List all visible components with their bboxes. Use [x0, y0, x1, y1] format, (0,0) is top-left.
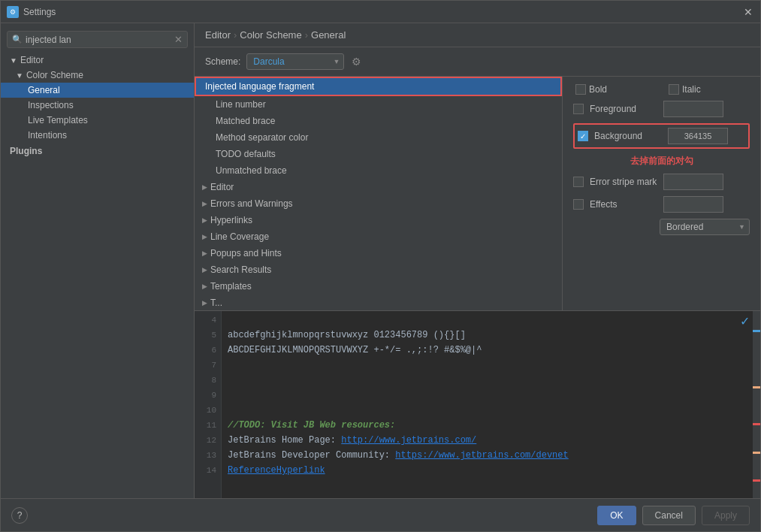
- gutter-line-14: 14: [195, 463, 221, 478]
- search-clear-icon[interactable]: ✕: [174, 34, 183, 45]
- bold-checkbox[interactable]: [575, 84, 586, 95]
- sidebar-item-general[interactable]: General: [1, 83, 194, 98]
- scrollbar-marker-5: [753, 479, 760, 482]
- ok-button[interactable]: OK: [597, 506, 636, 525]
- italic-item: Italic: [669, 84, 750, 95]
- titlebar: ⚙ Settings ✕: [1, 1, 760, 23]
- sidebar-item-editor[interactable]: ▼ Editor: [1, 53, 194, 68]
- list-item-matched-brace[interactable]: Matched brace: [195, 113, 562, 129]
- list-item-label: Matched brace: [216, 116, 275, 126]
- effects-checkbox[interactable]: [573, 199, 584, 210]
- list-item-todo[interactable]: TODO defaults: [195, 146, 562, 162]
- editor-line-12: JetBrains Home Page: http://www.jetbrain…: [228, 433, 747, 448]
- list-group-t[interactable]: ▶ T...: [195, 295, 562, 310]
- expand-icon: ▶: [202, 299, 207, 307]
- expand-icon: ▶: [202, 249, 207, 257]
- error-stripe-checkbox[interactable]: [573, 177, 584, 187]
- list-group-line-coverage[interactable]: ▶ Line Coverage: [195, 228, 562, 245]
- italic-checkbox[interactable]: [669, 84, 679, 95]
- editor-line-7: [228, 358, 747, 373]
- scrollbar-markers: [753, 311, 760, 498]
- editor-line-6: ABCDEFGHIJKLMNOPQRSTUVWXYZ +-*/= .,;:!? …: [228, 343, 747, 358]
- scheme-select-wrapper[interactable]: Darcula Default High contrast: [246, 53, 344, 70]
- list-item-label: Method separator color: [216, 132, 308, 143]
- line12-link[interactable]: http://www.jetbrains.com/: [341, 435, 476, 446]
- effects-color-box[interactable]: [663, 196, 723, 213]
- sidebar-item-live-templates[interactable]: Live Templates: [1, 113, 194, 128]
- gear-button[interactable]: ⚙: [350, 54, 363, 69]
- search-box[interactable]: 🔍 ✕: [7, 31, 188, 48]
- editor-line-11: //TODO: Visit JB Web resources:: [228, 418, 747, 433]
- list-group-editor[interactable]: ▶ Editor: [195, 179, 562, 195]
- annotation-text: 去掉前面的对勾: [573, 155, 750, 168]
- sidebar-item-intentions[interactable]: Intentions: [1, 128, 194, 143]
- list-group-label: Hyperlinks: [210, 215, 252, 225]
- editor-preview: ✓ 4 5 6 7 8 9 10 11 12 13 14: [195, 310, 760, 498]
- cancel-button[interactable]: Cancel: [642, 506, 696, 525]
- properties-panel: Bold Italic Foreground: [563, 77, 760, 310]
- line13-link[interactable]: https://www.jetbrains.com/devnet: [395, 450, 568, 461]
- list-group-label: Templates: [210, 281, 252, 292]
- scheme-label: Scheme:: [205, 56, 240, 67]
- list-group-label: T...: [210, 298, 222, 308]
- gutter-line-10: 10: [195, 403, 221, 418]
- breadcrumb-part-general: General: [311, 29, 346, 41]
- list-group-hyperlinks[interactable]: ▶ Hyperlinks: [195, 212, 562, 228]
- list-item-unmatched-brace[interactable]: Unmatched brace: [195, 162, 562, 179]
- sidebar-item-color-scheme[interactable]: ▼ Color Scheme: [1, 68, 194, 83]
- background-checkbox[interactable]: ✓: [578, 131, 588, 141]
- expand-icon: ▶: [202, 216, 207, 224]
- list-group-label: Search Results: [210, 264, 271, 275]
- close-button[interactable]: ✕: [742, 6, 754, 18]
- gutter-line-12: 12: [195, 433, 221, 448]
- list-group-templates[interactable]: ▶ Templates: [195, 278, 562, 295]
- list-group-errors[interactable]: ▶ Errors and Warnings: [195, 195, 562, 212]
- checkmark-icon: ✓: [740, 314, 750, 328]
- error-stripe-label: Error stripe mark: [590, 177, 657, 187]
- apply-button[interactable]: Apply: [702, 506, 750, 525]
- right-panel: Editor › Color Scheme › General Scheme: …: [195, 23, 760, 498]
- gutter-line-6: 6: [195, 343, 221, 358]
- panels: Injected language fragment Line number M…: [195, 77, 760, 310]
- editor-line-5: abcdefghijklmnopqrstuvwxyz 0123456789 ()…: [228, 328, 747, 343]
- scheme-select[interactable]: Darcula Default High contrast: [246, 53, 344, 70]
- scrollbar-marker-1: [753, 330, 760, 332]
- sidebar-item-inspections[interactable]: Inspections: [1, 98, 194, 113]
- gutter-line-13: 13: [195, 448, 221, 463]
- list-group-label: Editor: [210, 182, 234, 192]
- search-input[interactable]: [26, 35, 174, 45]
- sidebar: 🔍 ✕ ▼ Editor ▼ Color Scheme General Insp…: [1, 23, 195, 498]
- list-item-injected[interactable]: Injected language fragment: [195, 77, 562, 96]
- gutter-line-9: 9: [195, 388, 221, 403]
- list-item-method-sep[interactable]: Method separator color: [195, 129, 562, 146]
- list-item-line-number[interactable]: Line number: [195, 96, 562, 113]
- sidebar-item-label: Inspections: [28, 100, 74, 110]
- help-button[interactable]: ?: [11, 507, 28, 524]
- expand-arrow-editor: ▼: [10, 56, 17, 65]
- bordered-select[interactable]: Bordered Underscored Bold Underscored: [660, 219, 750, 235]
- breadcrumb-sep-2: ›: [305, 29, 308, 41]
- breadcrumb-part-editor: Editor: [205, 29, 231, 41]
- window-title: Settings: [23, 7, 742, 17]
- error-stripe-color-box[interactable]: [663, 174, 723, 190]
- list-item-label: Line number: [216, 99, 266, 110]
- editor-line-14: ReferenceHyperlink: [228, 463, 747, 478]
- editor-line-10: [228, 403, 747, 418]
- list-group-search[interactable]: ▶ Search Results: [195, 261, 562, 278]
- bordered-dropdown-wrapper[interactable]: Bordered Underscored Bold Underscored: [660, 219, 750, 235]
- editor-line-13: JetBrains Developer Community: https://w…: [228, 448, 747, 463]
- list-group-label: Errors and Warnings: [210, 198, 293, 209]
- sidebar-item-label: General: [28, 85, 60, 95]
- sidebar-item-label: Live Templates: [28, 115, 88, 125]
- foreground-checkbox[interactable]: [573, 104, 584, 114]
- gutter-line-5: 5: [195, 328, 221, 343]
- foreground-color-box[interactable]: [663, 101, 723, 117]
- bordered-row: Bordered Underscored Bold Underscored: [573, 219, 750, 235]
- background-color-box[interactable]: 364135: [668, 128, 728, 144]
- bottom-buttons: OK Cancel Apply: [597, 506, 750, 525]
- editor-scrollbar[interactable]: [753, 311, 760, 498]
- app-icon: ⚙: [7, 6, 19, 18]
- scrollbar-marker-2: [753, 386, 760, 388]
- line14-link[interactable]: ReferenceHyperlink: [228, 465, 325, 476]
- list-group-popups[interactable]: ▶ Popups and Hints: [195, 245, 562, 261]
